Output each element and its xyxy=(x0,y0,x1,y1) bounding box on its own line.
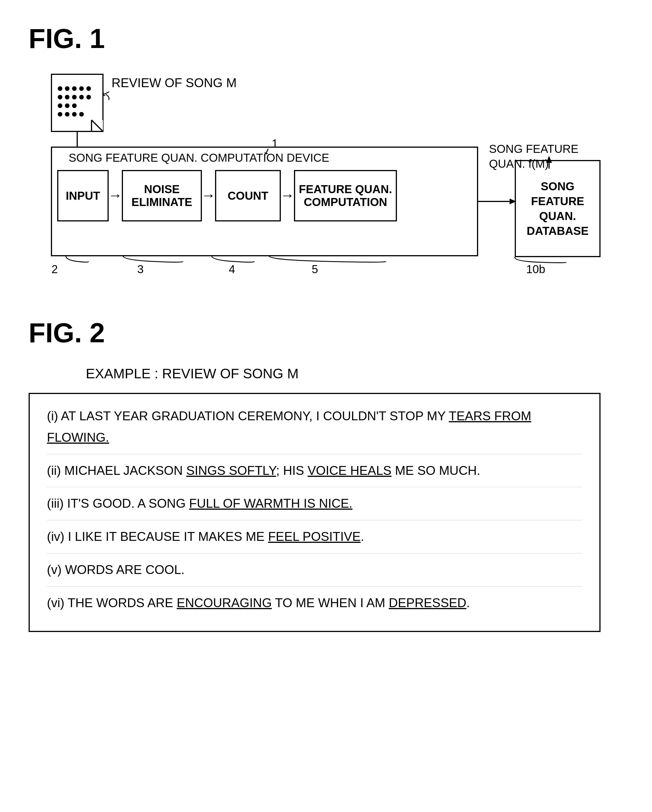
svg-point-6 xyxy=(65,86,69,91)
svg-point-10 xyxy=(58,95,62,99)
review-text-box: (i) AT LAST YEAR GRADUATION CEREMONY, I … xyxy=(29,393,600,632)
svg-point-21 xyxy=(79,112,84,117)
svg-marker-1 xyxy=(92,120,103,131)
fig2-title: FIG. 2 xyxy=(29,317,623,349)
fig1-title: FIG. 1 xyxy=(29,23,623,54)
svg-point-17 xyxy=(72,104,77,108)
fig1-section: FIG. 1 xyxy=(29,23,623,283)
fig2-section: FIG. 2 EXAMPLE : REVIEW OF SONG M (i) AT… xyxy=(29,317,623,632)
arrow-input-to-noise: → xyxy=(109,188,122,204)
ref-10b: 10b xyxy=(526,263,545,276)
ref-4: 4 xyxy=(229,263,235,276)
fig1-diagram: REVIEW OF SONG M ↙ SONG FEATURE QUAN. CO… xyxy=(40,72,612,283)
review-label: REVIEW OF SONG M xyxy=(112,76,237,90)
block-noise-eliminate: NOISE ELIMINATE xyxy=(122,170,202,221)
svg-point-5 xyxy=(58,86,62,91)
device-label: SONG FEATURE QUAN. COMPUTATION DEVICE xyxy=(69,151,329,164)
block-feature-computation: FEATURE QUAN. COMPUTATION xyxy=(294,170,397,221)
review-arrow-indicator: ↙ xyxy=(100,86,112,100)
review-line-vi: (vi) THE WORDS ARE ENCOURAGING TO ME WHE… xyxy=(47,592,582,620)
fig2-example-label: EXAMPLE : REVIEW OF SONG M xyxy=(86,366,623,382)
svg-rect-0 xyxy=(52,74,103,131)
svg-point-15 xyxy=(58,104,62,108)
ref-2: 2 xyxy=(52,263,58,276)
svg-point-18 xyxy=(58,112,62,117)
ref-5: 5 xyxy=(312,263,318,276)
review-line-v: (v) WORDS ARE COOL. xyxy=(47,559,582,586)
svg-point-13 xyxy=(79,95,84,99)
svg-point-12 xyxy=(72,95,77,99)
block-count: COUNT xyxy=(215,170,281,221)
review-line-iv: (iv) I LIKE IT BECAUSE IT MAKES ME FEEL … xyxy=(47,526,582,553)
arrow-noise-to-count: → xyxy=(202,188,215,204)
svg-point-11 xyxy=(65,95,69,99)
ref-1: 1 xyxy=(272,137,278,150)
database-box: SONG FEATURE QUAN. DATABASE xyxy=(515,160,600,257)
svg-point-14 xyxy=(86,95,91,99)
inner-blocks-row: INPUT → NOISE ELIMINATE → COUNT → FEATUR… xyxy=(57,170,397,221)
svg-point-9 xyxy=(86,86,91,91)
svg-point-16 xyxy=(65,104,69,108)
review-line-iii: (iii) IT'S GOOD. A SONG FULL OF WARMTH I… xyxy=(47,493,582,520)
svg-point-20 xyxy=(72,112,77,117)
svg-point-19 xyxy=(65,112,69,117)
svg-point-7 xyxy=(72,86,77,91)
svg-point-8 xyxy=(79,86,84,91)
block-input: INPUT xyxy=(57,170,109,221)
review-line-ii: (ii) MICHAEL JACKSON SINGS SOFTLY; HIS V… xyxy=(47,460,582,487)
arrow-count-to-feature: → xyxy=(281,188,294,204)
review-line-i: (i) AT LAST YEAR GRADUATION CEREMONY, I … xyxy=(47,405,582,454)
ref-3: 3 xyxy=(137,263,144,276)
svg-line-2 xyxy=(92,120,103,131)
